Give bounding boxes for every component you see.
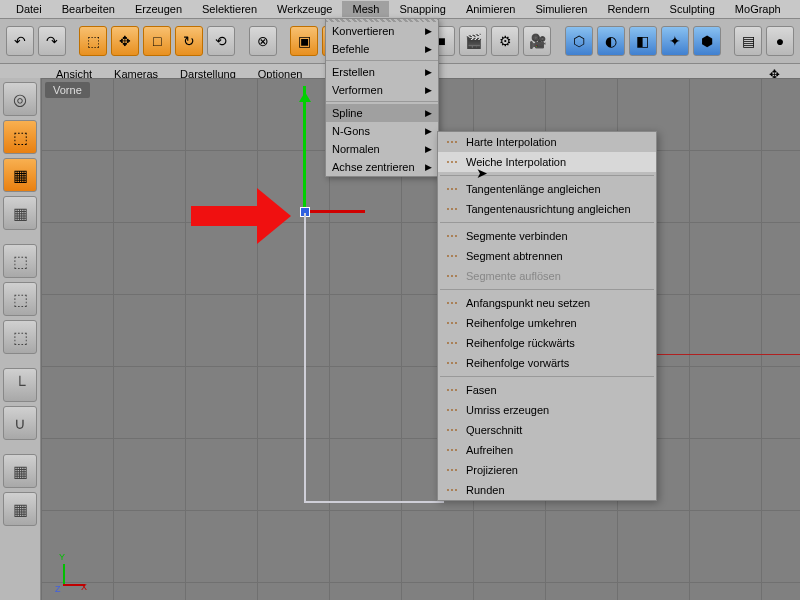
toolbar-button[interactable]: 🎥 <box>523 26 551 56</box>
submenu-item[interactable]: ⋯Aufreihen <box>438 440 656 460</box>
spline-segment[interactable] <box>304 213 306 503</box>
menu-item-icon: ⋯ <box>444 335 460 351</box>
mode-button[interactable]: ◎ <box>3 82 37 116</box>
menu-selektieren[interactable]: Selektieren <box>192 1 267 17</box>
toolbar-button[interactable]: ◧ <box>629 26 657 56</box>
menu-mograph[interactable]: MoGraph <box>725 1 791 17</box>
menu-item[interactable]: Erstellen▶ <box>326 63 438 81</box>
toolbar-button[interactable]: ⟲ <box>207 26 235 56</box>
submenu-item[interactable]: ⋯Querschnitt <box>438 420 656 440</box>
mode-button[interactable]: ▦ <box>3 454 37 488</box>
submenu-item[interactable]: ⋯Tangentenlänge angleichen <box>438 179 656 199</box>
menu-item-icon: ⋯ <box>444 228 460 244</box>
submenu-item[interactable]: ⋯Tangentenausrichtung angleichen <box>438 199 656 219</box>
mode-button[interactable]: ⬚ <box>3 282 37 316</box>
mesh-menu-dropdown[interactable]: Konvertieren▶Befehle▶Erstellen▶Verformen… <box>325 18 439 177</box>
menu-item[interactable]: N-Gons▶ <box>326 122 438 140</box>
menu-item[interactable]: Verformen▶ <box>326 81 438 99</box>
spline-submenu[interactable]: ⋯Harte Interpolation⋯Weiche Interpolatio… <box>437 131 657 501</box>
toolbar-button[interactable]: ⊗ <box>249 26 277 56</box>
menu-item-icon: ⋯ <box>444 134 460 150</box>
menu-snapping[interactable]: Snapping <box>389 1 456 17</box>
mode-button[interactable]: ⬚ <box>3 120 37 154</box>
menu-item-icon: ⋯ <box>444 154 460 170</box>
toolbar-button[interactable]: ▤ <box>734 26 762 56</box>
menu-item-icon: ⋯ <box>444 201 460 217</box>
mode-button[interactable]: ▦ <box>3 158 37 192</box>
toolbar-button[interactable]: ⬡ <box>565 26 593 56</box>
submenu-item[interactable]: ⋯Harte Interpolation <box>438 132 656 152</box>
toolbar-button[interactable]: ⚙ <box>491 26 519 56</box>
toolbar-button[interactable]: ● <box>766 26 794 56</box>
submenu-item[interactable]: ⋯Umriss erzeugen <box>438 400 656 420</box>
menu-item-icon: ⋯ <box>444 382 460 398</box>
toolbar-button[interactable]: □ <box>143 26 171 56</box>
submenu-item[interactable]: ⋯Runden <box>438 480 656 500</box>
menu-item-icon: ⋯ <box>444 248 460 264</box>
menu-item-icon: ⋯ <box>444 462 460 478</box>
submenu-item: ⋯Segmente auflösen <box>438 266 656 286</box>
menu-datei[interactable]: Datei <box>6 1 52 17</box>
toolbar-button[interactable]: ↷ <box>38 26 66 56</box>
menu-item[interactable]: Achse zentrieren▶ <box>326 158 438 176</box>
menu-rendern[interactable]: Rendern <box>597 1 659 17</box>
mode-button[interactable]: ▦ <box>3 492 37 526</box>
submenu-item[interactable]: ⋯Segment abtrennen <box>438 246 656 266</box>
menu-item[interactable]: Spline▶ <box>326 104 438 122</box>
menu-item-icon: ⋯ <box>444 442 460 458</box>
submenu-item[interactable]: ⋯Fasen <box>438 380 656 400</box>
menu-item-icon: ⋯ <box>444 422 460 438</box>
toolbar-button[interactable]: ⬢ <box>693 26 721 56</box>
spline-segment[interactable] <box>304 501 444 503</box>
toolbar-button[interactable]: ⬚ <box>79 26 107 56</box>
submenu-item[interactable]: ⋯Reihenfolge rückwärts <box>438 333 656 353</box>
mode-button[interactable]: └ <box>3 368 37 402</box>
axis-indicator: Y X Z <box>45 556 85 596</box>
toolbar-button[interactable]: ↶ <box>6 26 34 56</box>
submenu-item[interactable]: ⋯Segmente verbinden <box>438 226 656 246</box>
menu-animieren[interactable]: Animieren <box>456 1 526 17</box>
menu-item[interactable]: Konvertieren▶ <box>326 22 438 40</box>
view-label: Vorne <box>45 82 90 98</box>
menu-bearbeiten[interactable]: Bearbeiten <box>52 1 125 17</box>
mode-button[interactable]: ∪ <box>3 406 37 440</box>
menu-item-icon: ⋯ <box>444 181 460 197</box>
menu-simulieren[interactable]: Simulieren <box>525 1 597 17</box>
submenu-item[interactable]: ⋯Weiche Interpolation <box>438 152 656 172</box>
x-axis-line <box>641 354 800 355</box>
menu-item[interactable]: Normalen▶ <box>326 140 438 158</box>
menu-item-icon: ⋯ <box>444 355 460 371</box>
menu-werkzeuge[interactable]: Werkzeuge <box>267 1 342 17</box>
menu-item-icon: ⋯ <box>444 295 460 311</box>
toolbar-button[interactable]: ✦ <box>661 26 689 56</box>
menubar: DateiBearbeitenErzeugenSelektierenWerkze… <box>0 0 800 19</box>
menu-item-icon: ⋯ <box>444 482 460 498</box>
toolbar-button[interactable]: ▣ <box>290 26 318 56</box>
left-toolbar: ◎⬚▦▦⬚⬚⬚└∪▦▦ <box>0 78 41 600</box>
menu-erzeugen[interactable]: Erzeugen <box>125 1 192 17</box>
menu-mesh[interactable]: Mesh <box>342 1 389 17</box>
toolbar-button[interactable]: ↻ <box>175 26 203 56</box>
toolbar-button[interactable]: ◐ <box>597 26 625 56</box>
menu-sculpting[interactable]: Sculpting <box>660 1 725 17</box>
mode-button[interactable]: ⬚ <box>3 320 37 354</box>
submenu-item[interactable]: ⋯Reihenfolge vorwärts <box>438 353 656 373</box>
submenu-item[interactable]: ⋯Reihenfolge umkehren <box>438 313 656 333</box>
toolbar-button[interactable]: ✥ <box>111 26 139 56</box>
menu-item-icon: ⋯ <box>444 315 460 331</box>
gizmo-x-axis[interactable] <box>305 210 365 213</box>
mode-button[interactable]: ▦ <box>3 196 37 230</box>
submenu-item[interactable]: ⋯Anfangspunkt neu setzen <box>438 293 656 313</box>
menu-item-icon: ⋯ <box>444 402 460 418</box>
menu-item[interactable]: Befehle▶ <box>326 40 438 58</box>
menu-item-icon: ⋯ <box>444 268 460 284</box>
gizmo-y-axis[interactable] <box>303 86 306 214</box>
toolbar-button[interactable]: 🎬 <box>459 26 487 56</box>
mode-button[interactable]: ⬚ <box>3 244 37 278</box>
menu-charak[interactable]: Charak <box>791 1 800 17</box>
submenu-item[interactable]: ⋯Projizieren <box>438 460 656 480</box>
